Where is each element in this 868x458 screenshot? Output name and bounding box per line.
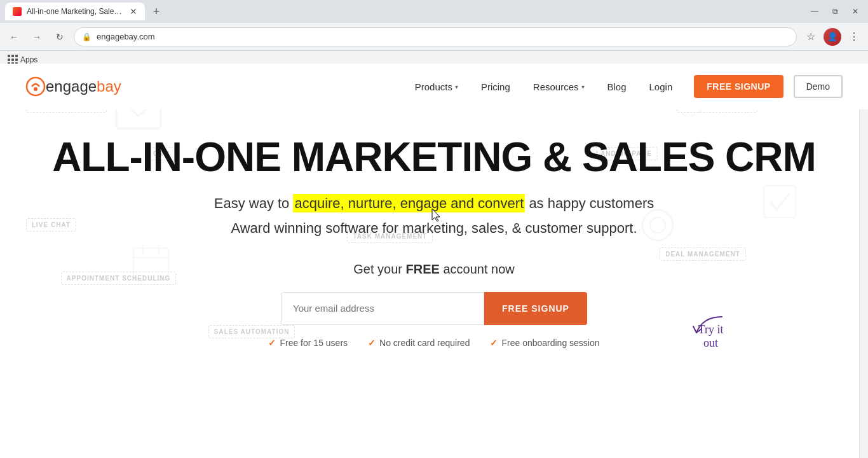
trust-badges: ✓ Free for 15 users ✓ No credit card req… [13, 338, 855, 348]
forward-button[interactable]: → [28, 28, 46, 46]
maximize-button[interactable]: ⧉ [827, 4, 843, 19]
browser-chrome: All-in-one Marketing, Sales, Sup… ✕ + — … [0, 0, 868, 64]
check-icon-2: ✓ [368, 338, 376, 348]
trust-badge-onboarding: ✓ Free onboarding session [490, 338, 599, 348]
browser-titlebar: All-in-one Marketing, Sales, Sup… ✕ + — … [0, 0, 868, 23]
svg-point-11 [34, 87, 37, 91]
lock-icon: 🔒 [82, 32, 92, 41]
nav-pricing[interactable]: Pricing [472, 76, 519, 97]
logo-text: engagebay [46, 78, 121, 95]
browser-toolbar: ← → ↻ 🔒 engagebay.com ☆ 👤 ⋮ [0, 23, 868, 51]
bookmark-star-icon[interactable]: ☆ [802, 28, 820, 46]
hero-signup-button[interactable]: FREE SIGNUP [484, 292, 587, 325]
window-controls: — ⧉ ✕ [807, 4, 863, 19]
apps-label: Apps [20, 55, 37, 64]
browser-tab[interactable]: All-in-one Marketing, Sales, Sup… ✕ [5, 3, 145, 20]
tab-close-button[interactable]: ✕ [130, 6, 137, 17]
resources-dropdown-arrow: ▾ [581, 83, 585, 90]
cta-label: Get your FREE account now [13, 262, 855, 277]
menu-icon[interactable]: ⋮ [845, 28, 863, 46]
email-input[interactable] [281, 292, 484, 325]
nav-resources[interactable]: Resources ▾ [524, 76, 593, 97]
hero-section: ALL-IN-ONE MARKETING & SALES CRM Easy wa… [0, 109, 868, 361]
try-it-out-annotation: Try it out [690, 314, 728, 342]
email-form: FREE SIGNUP [13, 292, 855, 325]
new-tab-button[interactable]: + [147, 3, 165, 20]
nav-demo-button[interactable]: Demo [794, 75, 843, 98]
nav-free-signup-button[interactable]: FREE SIGNUP [694, 75, 783, 98]
nav-products[interactable]: Products ▾ [406, 76, 467, 97]
svg-point-10 [27, 78, 44, 95]
trust-badge-no-cc: ✓ No credit card required [368, 338, 470, 348]
minimize-button[interactable]: — [807, 4, 822, 19]
check-icon-1: ✓ [268, 338, 276, 348]
navbar: engagebay Products ▾ Pricing Resources ▾… [0, 64, 868, 109]
trust-badge-users: ✓ Free for 15 users [268, 338, 348, 348]
hero-subtitle2: Award winning software for marketing, sa… [13, 220, 855, 237]
tab-favicon [13, 7, 22, 16]
address-bar[interactable]: 🔒 engagebay.com [74, 27, 797, 46]
check-icon-3: ✓ [490, 338, 498, 348]
logo-icon [25, 76, 46, 97]
nav-login[interactable]: Login [641, 76, 682, 97]
hero-highlight: acquire, nurture, engage and convert [293, 194, 525, 212]
url-text: engagebay.com [97, 32, 789, 41]
refresh-button[interactable]: ↻ [51, 28, 69, 46]
hero-title: ALL-IN-ONE MARKETING & SALES CRM [13, 135, 855, 179]
scrollbar[interactable] [859, 64, 868, 458]
close-button[interactable]: ✕ [848, 4, 863, 19]
nav-links: Products ▾ Pricing Resources ▾ Blog Logi… [406, 75, 843, 98]
tab-title: All-in-one Marketing, Sales, Sup… [27, 7, 125, 16]
website-content: EMAIL MARKETING CRM LIVE CHAT APPOINTMEN… [0, 64, 868, 361]
nav-blog[interactable]: Blog [599, 76, 635, 97]
products-dropdown-arrow: ▾ [455, 83, 458, 90]
try-it-out-text: Try it out [693, 323, 728, 350]
hero-subtitle: Easy way to acquire, nurture, engage and… [13, 192, 855, 214]
user-profile-icon[interactable]: 👤 [824, 28, 841, 46]
back-button[interactable]: ← [5, 28, 23, 46]
toolbar-actions: ☆ 👤 ⋮ [802, 28, 863, 46]
logo[interactable]: engagebay [25, 76, 121, 97]
